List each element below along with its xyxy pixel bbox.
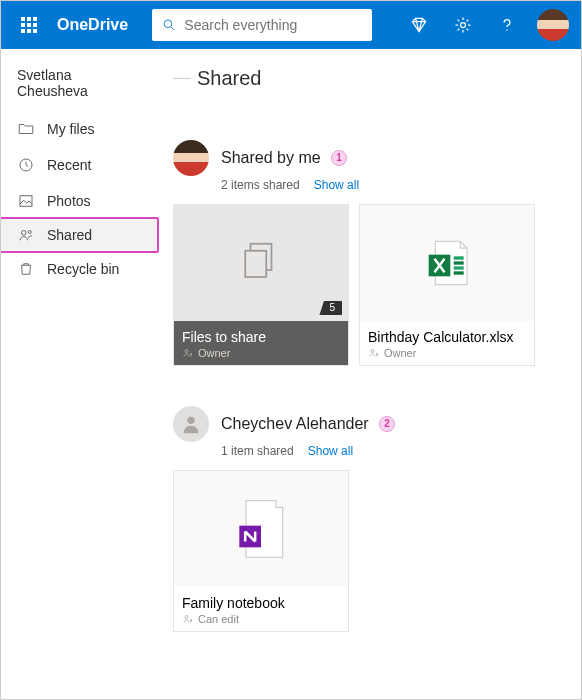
section-avatar-generic [173,406,209,442]
show-all-link[interactable]: Show all [308,444,353,458]
page-title: Shared [197,67,262,90]
nav-label: Recent [47,157,91,173]
annotation-badge: 2 [379,416,395,432]
svg-point-22 [190,619,191,620]
owner-icon [368,347,380,359]
people-icon [17,226,35,244]
svg-point-2 [461,23,466,28]
svg-rect-13 [454,256,464,259]
tile-name: Files to share [182,329,340,345]
nav-photos[interactable]: Photos [1,183,161,219]
nav-label: Recycle bin [47,261,119,277]
recycle-icon [17,260,35,278]
sidebar: Svetlana Cheusheva My files Recent Photo… [1,49,161,699]
nav-recent[interactable]: Recent [1,147,161,183]
account-avatar[interactable] [537,9,569,41]
nav-label: Photos [47,193,91,209]
user-name-label: Svetlana Cheusheva [1,59,161,111]
tile-folder[interactable]: 5 Files to share Owner [173,204,349,366]
svg-point-21 [185,616,188,619]
owner-icon [182,347,194,359]
files-icon [233,235,289,291]
tile-name: Family notebook [182,595,340,611]
content-area: Shared Shared by me 1 2 items shared Sho… [161,49,581,699]
permission-label: Can edit [198,613,239,625]
tile-name: Birthday Calculator.xlsx [368,329,526,345]
gear-icon [453,15,473,35]
search-input[interactable] [184,17,362,33]
search-icon [162,17,176,33]
nav-label: My files [47,121,94,137]
onenote-icon [231,493,291,565]
show-all-link[interactable]: Show all [314,178,359,192]
brand-label[interactable]: OneDrive [53,16,152,34]
permission-label: Owner [384,347,416,359]
question-icon [497,15,517,35]
section-avatar-me [173,140,209,176]
svg-point-10 [185,350,188,353]
permission-label: Owner [198,347,230,359]
app-launcher-button[interactable] [5,1,53,49]
search-box[interactable] [152,9,372,41]
section-shared-by-me: Shared by me 1 [173,140,569,176]
section-subtitle: 1 item shared [221,444,294,458]
svg-point-19 [187,417,194,424]
svg-point-3 [506,29,507,30]
excel-icon [417,233,477,293]
folder-icon [17,120,35,138]
svg-point-6 [22,231,27,236]
clock-icon [17,156,35,174]
premium-button[interactable] [397,1,441,49]
app-header: OneDrive [1,1,581,49]
section-title: Cheychev Alehander [221,415,369,432]
svg-rect-15 [454,266,464,269]
svg-point-18 [376,353,377,354]
waffle-icon [21,17,37,33]
nav-shared[interactable]: Shared [0,217,159,253]
svg-point-7 [28,231,31,234]
svg-rect-14 [454,261,464,264]
svg-point-11 [190,353,191,354]
tile-onenote-file[interactable]: Family notebook Can edit [173,470,349,632]
item-count-badge: 5 [319,301,342,315]
nav-label: Shared [47,227,92,243]
nav-recycle-bin[interactable]: Recycle bin [1,251,161,287]
photo-icon [17,192,35,210]
svg-rect-5 [20,196,32,207]
svg-rect-16 [454,271,464,274]
svg-point-0 [164,20,172,28]
help-button[interactable] [485,1,529,49]
section-other-sharer: Cheychev Alehander 2 [173,406,569,442]
can-edit-icon [182,613,194,625]
title-divider [173,78,191,79]
tile-excel-file[interactable]: Birthday Calculator.xlsx Owner [359,204,535,366]
settings-button[interactable] [441,1,485,49]
svg-point-17 [371,350,374,353]
annotation-badge: 1 [331,150,347,166]
svg-rect-9 [245,251,266,277]
section-title: Shared by me [221,149,321,166]
section-subtitle: 2 items shared [221,178,300,192]
diamond-icon [409,15,429,35]
svg-line-1 [171,27,174,30]
nav-my-files[interactable]: My files [1,111,161,147]
